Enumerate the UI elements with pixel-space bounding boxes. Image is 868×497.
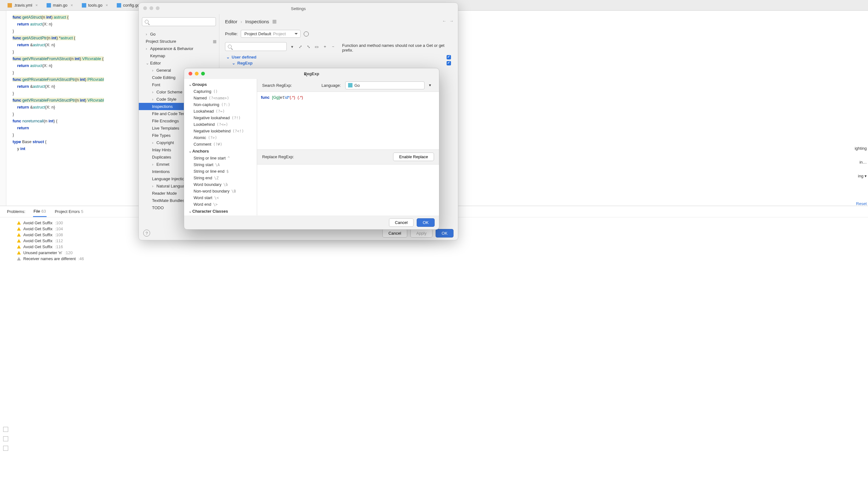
problem-row[interactable]: Unused parameter 'n':120 xyxy=(17,250,862,256)
window-controls xyxy=(188,72,205,75)
cheat-item[interactable]: Comment(?#) xyxy=(184,141,257,147)
gear-icon[interactable] xyxy=(304,31,309,37)
problems-label: Problems: xyxy=(7,209,26,214)
cheat-item[interactable]: Word end\> xyxy=(184,201,257,208)
cheat-item[interactable]: Lookbehind(?<=) xyxy=(184,121,257,128)
language-label: Language: xyxy=(322,83,341,88)
problem-row[interactable]: Receiver names are different:46 xyxy=(17,256,862,262)
warning-icon xyxy=(17,221,21,225)
tree-appearance[interactable]: ›Appearance & Behavior xyxy=(139,45,219,52)
tool-icon[interactable] xyxy=(3,446,8,451)
checkbox[interactable] xyxy=(447,61,451,66)
close-icon[interactable]: × xyxy=(106,3,108,8)
filter-icon[interactable]: ▾ xyxy=(289,44,295,49)
tool-icon[interactable] xyxy=(3,427,8,432)
tree-keymap[interactable]: Keymap xyxy=(139,52,219,59)
profile-select[interactable]: Project DefaultProject xyxy=(241,30,300,38)
inspection-user-defined[interactable]: ⌄User defined xyxy=(225,54,452,60)
profile-label: Profile: xyxy=(225,31,238,36)
cheat-item[interactable]: Word start\< xyxy=(184,194,257,201)
profile-row: Profile: Project DefaultProject xyxy=(225,30,452,38)
group-icon[interactable]: ▭ xyxy=(314,44,320,49)
close-icon[interactable]: × xyxy=(36,3,38,8)
crumb-editor[interactable]: Editor xyxy=(225,19,237,24)
cheat-item[interactable]: Lookahead(?=) xyxy=(184,108,257,114)
warning-icon xyxy=(17,239,21,242)
cheat-item[interactable]: String end\Z xyxy=(184,174,257,181)
settings-titlebar[interactable]: Settings xyxy=(139,3,458,14)
tree-go[interactable]: ›Go xyxy=(139,30,219,38)
info-icon xyxy=(17,257,21,260)
tab-tools[interactable]: tools.go× xyxy=(78,1,112,10)
forward-icon[interactable]: → xyxy=(449,18,453,23)
filter-icon[interactable]: ▾ xyxy=(429,83,434,88)
tab-travis[interactable]: .travis.yml× xyxy=(3,1,42,10)
cheat-anchors-header[interactable]: ⌄Anchors xyxy=(184,147,257,155)
cheat-item[interactable]: Control character\c xyxy=(184,215,257,215)
tab-label: tools.go xyxy=(88,3,102,8)
max-dot[interactable] xyxy=(156,6,159,10)
expand-icon[interactable]: ⤢ xyxy=(297,44,303,49)
cheat-item[interactable]: String or line start^ xyxy=(184,155,257,161)
cheat-item[interactable]: Capturing() xyxy=(184,88,257,95)
cheat-item[interactable]: Named(?<name>) xyxy=(184,95,257,101)
tab-label: .travis.yml xyxy=(14,3,32,8)
close-dot[interactable] xyxy=(188,72,192,75)
ok-button[interactable]: OK xyxy=(417,218,435,227)
inspection-regexp[interactable]: ⌄RegExp xyxy=(225,60,452,66)
yml-icon xyxy=(8,3,12,8)
min-dot[interactable] xyxy=(195,72,199,75)
cheat-item[interactable]: String or line end$ xyxy=(184,168,257,174)
collapse-icon[interactable]: ⤡ xyxy=(306,44,311,49)
crumb-inspections: Inspections xyxy=(245,19,269,24)
cheat-item[interactable]: Negative lookahead(?!) xyxy=(184,114,257,121)
regexp-footer: Cancel OK xyxy=(184,215,439,229)
add-icon[interactable]: ＋ xyxy=(322,44,327,49)
regexp-dialog: RegExp ⌄Groups Capturing() Named(?<name>… xyxy=(184,68,439,230)
go-icon xyxy=(82,3,86,8)
max-dot[interactable] xyxy=(201,72,205,75)
problems-tab-file[interactable]: File63 xyxy=(33,207,46,217)
language-select[interactable]: Go xyxy=(345,82,424,89)
help-icon[interactable]: ? xyxy=(143,230,150,237)
cancel-button[interactable]: Cancel xyxy=(389,218,414,227)
enable-replace-button[interactable]: Enable Replace xyxy=(393,153,434,161)
inspection-search[interactable] xyxy=(225,42,287,51)
ok-button[interactable]: OK xyxy=(436,229,453,238)
right-hints: ighting in… ing ▾ Reset xyxy=(849,142,867,211)
tab-label: main.go xyxy=(53,3,67,8)
problems-tab-project[interactable]: Project Errors5 xyxy=(54,207,84,216)
cheat-item[interactable]: Negative lookbehind(?<!) xyxy=(184,128,257,134)
search-icon xyxy=(228,45,232,48)
cheat-item[interactable]: Word boundary\b xyxy=(184,181,257,188)
checkbox[interactable] xyxy=(447,55,451,59)
cheat-groups-header[interactable]: ⌄Groups xyxy=(184,81,257,88)
cheat-item[interactable]: Atomic(?>) xyxy=(184,134,257,141)
window-controls xyxy=(143,6,159,10)
cancel-button[interactable]: Cancel xyxy=(382,229,407,238)
warning-icon xyxy=(17,233,21,237)
close-icon[interactable]: × xyxy=(70,3,73,8)
settings-title: Settings xyxy=(291,6,306,11)
problem-row[interactable]: Avoid Get Suffix:116 xyxy=(17,244,862,250)
close-dot[interactable] xyxy=(143,6,147,10)
tab-main[interactable]: main.go× xyxy=(42,1,78,10)
regexp-input[interactable]: func [Gg]et\d*(.*) (.*) xyxy=(257,91,439,150)
warning-icon xyxy=(17,245,21,248)
remove-icon[interactable]: － xyxy=(330,44,336,49)
problems-toolstrip xyxy=(0,423,11,451)
tree-editor[interactable]: ⌄Editor xyxy=(139,59,219,67)
tool-icon[interactable] xyxy=(3,436,8,441)
cheat-classes-header[interactable]: ⌄Character Classes xyxy=(184,208,257,215)
cheat-item[interactable]: String start\A xyxy=(184,161,257,168)
tree-project-structure[interactable]: Project Structure▦ xyxy=(139,38,219,45)
tab-label: config.go xyxy=(123,3,140,8)
apply-button[interactable]: Apply xyxy=(410,229,433,238)
regexp-titlebar[interactable]: RegExp xyxy=(184,68,439,79)
settings-search[interactable] xyxy=(142,17,216,26)
min-dot[interactable] xyxy=(150,6,153,10)
back-icon[interactable]: ← xyxy=(442,18,446,23)
cheat-item[interactable]: Non-word boundary\B xyxy=(184,188,257,194)
cheat-item[interactable]: Non-capturing(?:) xyxy=(184,101,257,108)
warning-icon xyxy=(17,227,21,230)
